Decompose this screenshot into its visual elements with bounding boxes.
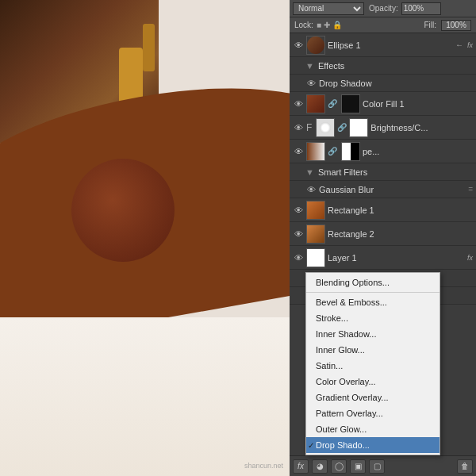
- layer-mask-colorfill1: [341, 94, 360, 113]
- gaussian-blur-label: Gaussian Blur: [319, 185, 466, 194]
- layers-panel: Normal Opacity: Lock: ■ ✚ 🔒 Fill: 👁 Elli…: [290, 0, 476, 476]
- add-mask-button[interactable]: ◯: [331, 459, 347, 474]
- watermark-text: shancun.net: [244, 462, 283, 470]
- eye-icon-gaussian[interactable]: 👁: [305, 184, 317, 195]
- fill-input[interactable]: [441, 20, 471, 31]
- gaussian-blur-icon: =: [468, 185, 473, 194]
- eye-icon-ellipse1[interactable]: 👁: [293, 40, 304, 51]
- effects-collapse-icon[interactable]: ▼: [305, 61, 314, 71]
- canvas-area: shancun.net: [0, 0, 290, 476]
- main-container: shancun.net Normal Opacity: Lock: ■ ✚ 🔒 …: [0, 0, 476, 476]
- context-menu: Blending Options... Bevel & Emboss... St…: [305, 272, 440, 455]
- menu-drop-shadow-label: Drop Shado...: [316, 440, 370, 450]
- link-icon-colorfill1: 🔗: [328, 99, 337, 108]
- opacity-label: Opacity:: [369, 4, 398, 13]
- layer-name-rect2: Rectangle 2: [328, 229, 473, 239]
- menu-drop-shadow[interactable]: Drop Shado...: [306, 437, 440, 453]
- cream-area: [0, 317, 290, 476]
- menu-blending-options[interactable]: Blending Options...: [306, 274, 440, 290]
- lock-label: Lock:: [294, 21, 313, 29]
- blend-opacity-bar: Normal Opacity:: [290, 0, 476, 17]
- layer-thumb-ellipse1: [306, 36, 325, 55]
- menu-blending-options-label: Blending Options...: [316, 278, 390, 287]
- eye-icon-layer1[interactable]: 👁: [293, 252, 304, 263]
- fill-label: Fill:: [424, 21, 436, 29]
- layer-colorfill1[interactable]: 👁 🔗 Color Fill 1: [290, 92, 476, 116]
- layer-name-ellipse1: Ellipse 1: [328, 40, 451, 50]
- menu-gradient-overlay[interactable]: Gradient Overlay...: [306, 390, 440, 405]
- fx-button[interactable]: fx: [293, 459, 309, 474]
- delete-layer-button[interactable]: 🗑: [457, 459, 473, 474]
- create-layer-button[interactable]: ▢: [369, 459, 385, 474]
- arrow-icon-ellipse1: ←: [455, 40, 463, 49]
- lock-all-icon[interactable]: 🔒: [332, 21, 342, 29]
- layer-mask-pe: [341, 142, 360, 161]
- smart-filters-label: Smart Filters: [318, 167, 473, 177]
- menu-inner-glow[interactable]: Inner Glow...: [306, 342, 440, 358]
- menu-outer-glow-label: Outer Glow...: [316, 424, 367, 434]
- eye-icon-drop-shadow[interactable]: 👁: [305, 78, 317, 89]
- layer-layer1[interactable]: 👁 Layer 1 fx: [290, 246, 476, 270]
- smart-filters-icon: ▼: [305, 167, 314, 177]
- opacity-input[interactable]: [401, 2, 441, 15]
- menu-gradient-overlay-label: Gradient Overlay...: [316, 393, 389, 402]
- layer-name-colorfill1: Color Fill 1: [363, 99, 473, 109]
- layer-gaussian-blur[interactable]: 👁 Gaussian Blur =: [290, 181, 476, 198]
- layer-thumb-layer1: [306, 248, 325, 267]
- layer-name-layer1: Layer 1: [328, 253, 463, 263]
- link-icon-brightness: 🔗: [337, 123, 347, 132]
- menu-inner-shadow-label: Inner Shadow...: [316, 329, 376, 339]
- lock-icons: ■ ✚ 🔒: [317, 21, 342, 29]
- create-group-button[interactable]: ▣: [350, 459, 366, 474]
- menu-satin[interactable]: Satin...: [306, 358, 440, 374]
- add-adjustment-button[interactable]: ◕: [312, 459, 328, 474]
- layer-effects-ellipse1[interactable]: ▼ Effects: [290, 57, 476, 75]
- watermark: shancun.net: [244, 462, 283, 470]
- lock-fill-bar: Lock: ■ ✚ 🔒 Fill:: [290, 17, 476, 33]
- layer-ellipse1[interactable]: 👁 Ellipse 1 ← fx: [290, 33, 476, 57]
- menu-color-overlay[interactable]: Color Overlay...: [306, 374, 440, 390]
- bag-strap2: [143, 24, 155, 71]
- link-icon-pe: 🔗: [328, 147, 337, 155]
- lock-move-icon[interactable]: ✚: [324, 21, 330, 29]
- menu-bevel-emboss[interactable]: Bevel & Emboss...: [306, 294, 440, 310]
- layer-thumb-colorfill1: [306, 94, 325, 113]
- layer-drop-shadow-ellipse1[interactable]: 👁 Drop Shadow: [290, 75, 476, 92]
- menu-pattern-overlay[interactable]: Pattern Overlay...: [306, 405, 440, 421]
- layer-name-pe: pe...: [363, 147, 473, 156]
- eye-icon-brightness[interactable]: 👁: [293, 122, 304, 133]
- effects-label-ellipse1: Effects: [318, 61, 473, 71]
- menu-separator-1: [306, 292, 440, 293]
- layer-smart-filters[interactable]: ▼ Smart Filters: [290, 163, 476, 181]
- layers-bottom-bar: fx ◕ ◯ ▣ ▢ 🗑: [290, 455, 476, 476]
- eye-icon-colorfill1[interactable]: 👁: [293, 98, 304, 109]
- layer-name-rect1: Rectangle 1: [328, 205, 473, 215]
- layer-thumb-brightness: [316, 118, 335, 137]
- menu-bevel-emboss-label: Bevel & Emboss...: [316, 298, 387, 307]
- menu-outer-glow[interactable]: Outer Glow...: [306, 421, 440, 437]
- blend-mode-select[interactable]: Normal: [293, 2, 364, 15]
- layer-thumb-rect2: [306, 225, 325, 244]
- eye-icon-rect1[interactable]: 👁: [293, 205, 304, 216]
- layer-thumb-pe: [306, 142, 325, 161]
- layer-name-brightness: Brightness/C...: [370, 123, 473, 132]
- layer-rectangle2[interactable]: 👁 Rectangle 2: [290, 222, 476, 246]
- menu-inner-glow-label: Inner Glow...: [316, 345, 365, 355]
- fx-badge-ellipse1: fx: [467, 41, 473, 49]
- layer-pe[interactable]: 👁 🔗 pe...: [290, 140, 476, 163]
- f-icon-brightness: F: [306, 122, 312, 133]
- lock-pixel-icon[interactable]: ■: [317, 21, 321, 29]
- layer-thumb-rect1: [306, 201, 325, 220]
- layer-rectangle1[interactable]: 👁 Rectangle 1: [290, 198, 476, 222]
- dark-circle: [71, 159, 175, 262]
- menu-color-overlay-label: Color Overlay...: [316, 377, 376, 386]
- menu-stroke[interactable]: Stroke...: [306, 310, 440, 326]
- menu-satin-label: Satin...: [316, 361, 343, 370]
- menu-inner-shadow[interactable]: Inner Shadow...: [306, 326, 440, 342]
- fx-badge-layer1: fx: [467, 254, 473, 262]
- eye-icon-pe[interactable]: 👁: [293, 146, 304, 157]
- eye-icon-rect2[interactable]: 👁: [293, 228, 304, 240]
- layer-brightness[interactable]: 👁 F 🔗 Brightness/C...: [290, 116, 476, 140]
- menu-pattern-overlay-label: Pattern Overlay...: [316, 409, 383, 418]
- layer-mask-brightness: [349, 118, 368, 137]
